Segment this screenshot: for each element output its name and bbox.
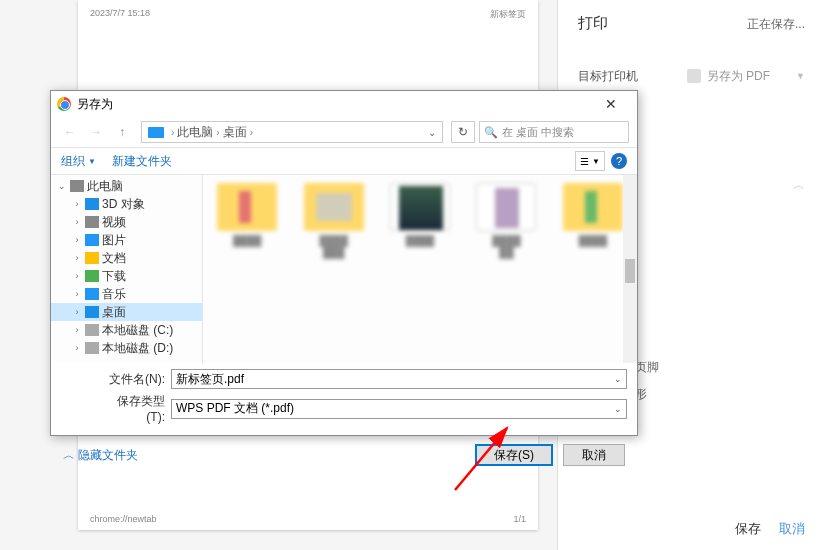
tree-item-pc[interactable]: ⌄此电脑 [51, 177, 202, 195]
filename-input[interactable]: 新标签页.pdf ⌄ [171, 369, 627, 389]
file-grid[interactable]: ████ ███████ ████ ██████ ████ [203, 175, 637, 363]
preview-tab-title: 新标签页 [490, 8, 526, 21]
scrollbar[interactable] [623, 175, 637, 363]
dialog-title: 另存为 [77, 96, 113, 113]
tree-item-doc[interactable]: ›文档 [51, 249, 202, 267]
dialog-navbar: ← → ↑ › 此电脑 › 桌面 › ⌄ ↻ 🔍 在 桌面 中搜索 [51, 117, 637, 147]
organize-button[interactable]: 组织 ▼ [61, 153, 96, 170]
pdf-icon [687, 69, 701, 83]
tree-item-dl[interactable]: ›下载 [51, 267, 202, 285]
help-icon[interactable]: ? [611, 153, 627, 169]
chevron-down-icon[interactable]: ⌄ [614, 404, 622, 414]
cancel-button[interactable]: 取消 [563, 444, 625, 466]
tree-item-video[interactable]: ›视频 [51, 213, 202, 231]
print-save-button[interactable]: 保存 [735, 520, 761, 538]
path-breadcrumb[interactable]: › 此电脑 › 桌面 › ⌄ [141, 121, 443, 143]
saving-status: 正在保存... [747, 16, 805, 33]
chevron-up-icon: ︿ [63, 447, 75, 464]
new-folder-button[interactable]: 新建文件夹 [112, 153, 172, 170]
chevron-down-icon: ▼ [88, 157, 96, 166]
view-mode-button[interactable]: ☰ ▼ [575, 151, 605, 171]
nav-forward-button[interactable]: → [85, 121, 107, 143]
preview-timestamp: 2023/7/7 15:18 [90, 8, 150, 21]
tree-item-disk-d[interactable]: ›本地磁盘 (D:) [51, 339, 202, 357]
search-input[interactable]: 🔍 在 桌面 中搜索 [479, 121, 629, 143]
folder-tree: ⌄此电脑 ›3D 对象 ›视频 ›图片 ›文档 ›下载 ›音乐 ›桌面 ›本地磁… [51, 175, 203, 363]
filename-label: 文件名(N): [99, 371, 171, 388]
dialog-titlebar: 另存为 ✕ [51, 91, 637, 117]
chevron-down-icon[interactable]: ⌄ [614, 374, 622, 384]
folder-item[interactable]: ████ [553, 183, 633, 355]
close-icon[interactable]: ✕ [591, 96, 631, 112]
pc-icon [148, 127, 164, 138]
folder-item[interactable]: ████ [380, 183, 460, 355]
tree-item-3d[interactable]: ›3D 对象 [51, 195, 202, 213]
save-as-dialog: 另存为 ✕ ← → ↑ › 此电脑 › 桌面 › ⌄ ↻ 🔍 在 桌面 中搜索 … [50, 90, 638, 436]
folder-item[interactable]: ███████ [293, 183, 373, 355]
chevron-down-icon[interactable]: ⌄ [424, 127, 440, 138]
preview-page-num: 1/1 [513, 514, 526, 524]
preview-footer-url: chrome://newtab [90, 514, 157, 524]
refresh-button[interactable]: ↻ [451, 121, 475, 143]
tree-item-desktop[interactable]: ›桌面 [51, 303, 202, 321]
save-button[interactable]: 保存(S) [475, 444, 553, 466]
nav-up-button[interactable]: ↑ [111, 121, 133, 143]
folder-item[interactable]: ████ [207, 183, 287, 355]
search-icon: 🔍 [484, 126, 498, 139]
folder-item[interactable]: ██████ [466, 183, 546, 355]
dest-label: 目标打印机 [578, 68, 638, 85]
chevron-down-icon: ▼ [796, 71, 805, 81]
chrome-icon [57, 97, 71, 111]
print-cancel-button[interactable]: 取消 [779, 520, 805, 538]
dest-select[interactable]: 另存为 PDF ▼ [687, 68, 805, 85]
nav-back-button[interactable]: ← [59, 121, 81, 143]
tree-item-pic[interactable]: ›图片 [51, 231, 202, 249]
tree-item-music[interactable]: ›音乐 [51, 285, 202, 303]
hide-folders-link[interactable]: ︿ 隐藏文件夹 [63, 447, 138, 464]
tree-item-disk-c[interactable]: ›本地磁盘 (C:) [51, 321, 202, 339]
filetype-label: 保存类型(T): [99, 393, 171, 424]
dialog-toolbar: 组织 ▼ 新建文件夹 ☰ ▼ ? [51, 147, 637, 175]
filetype-select[interactable]: WPS PDF 文档 (*.pdf) ⌄ [171, 399, 627, 419]
